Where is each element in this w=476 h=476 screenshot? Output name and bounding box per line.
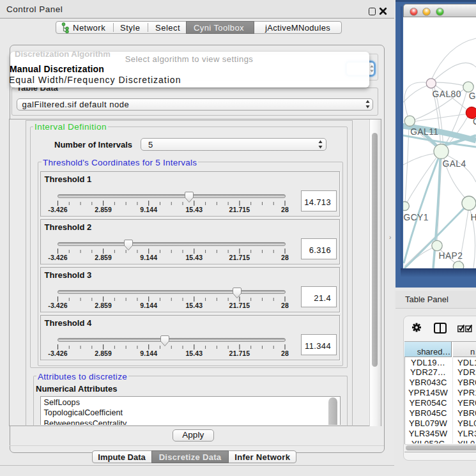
svg-text:GCY1: GCY1 (404, 213, 429, 222)
svg-text:GAL80: GAL80 (433, 89, 461, 99)
svg-text:HAP2: HAP2 (439, 251, 463, 261)
svg-text:GAL4: GAL4 (443, 159, 466, 169)
svg-text:GAL11: GAL11 (410, 127, 438, 137)
svg-text:GA: GA (469, 91, 476, 101)
svg-text:C: C (473, 117, 476, 127)
svg-text:H: H (471, 213, 476, 222)
